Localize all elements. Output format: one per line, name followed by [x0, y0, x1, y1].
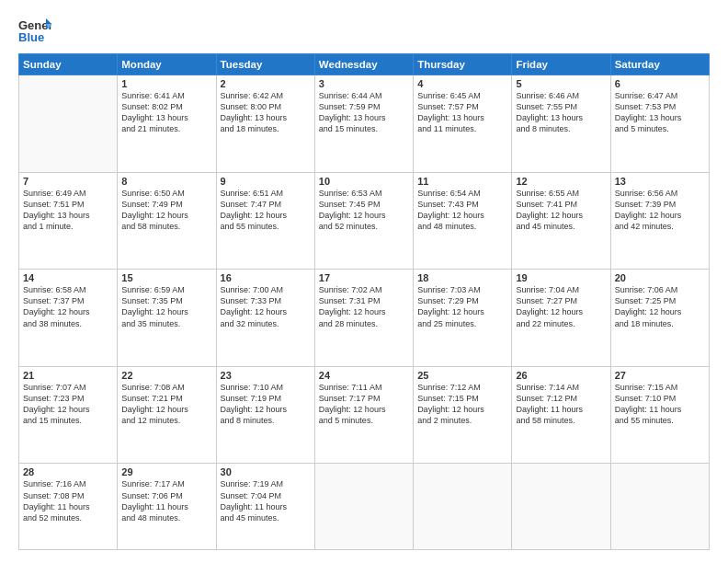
- day-info: Sunrise: 6:46 AM Sunset: 7:55 PM Dayligh…: [516, 90, 606, 135]
- calendar-cell: 24Sunrise: 7:11 AM Sunset: 7:17 PM Dayli…: [314, 366, 413, 464]
- calendar-cell: 22Sunrise: 7:08 AM Sunset: 7:21 PM Dayli…: [118, 366, 216, 464]
- day-info: Sunrise: 6:50 AM Sunset: 7:49 PM Dayligh…: [121, 188, 211, 233]
- day-info: Sunrise: 7:12 AM Sunset: 7:15 PM Dayligh…: [417, 382, 507, 427]
- week-row-2: 7Sunrise: 6:49 AM Sunset: 7:51 PM Daylig…: [19, 172, 710, 270]
- calendar-cell: 20Sunrise: 7:06 AM Sunset: 7:25 PM Dayli…: [610, 270, 709, 367]
- calendar-cell: 23Sunrise: 7:10 AM Sunset: 7:19 PM Dayli…: [216, 366, 314, 464]
- calendar-cell: 11Sunrise: 6:54 AM Sunset: 7:43 PM Dayli…: [414, 172, 512, 270]
- calendar-cell: 28Sunrise: 7:16 AM Sunset: 7:08 PM Dayli…: [19, 464, 118, 550]
- day-info: Sunrise: 6:53 AM Sunset: 7:45 PM Dayligh…: [319, 188, 409, 233]
- calendar-cell: 10Sunrise: 6:53 AM Sunset: 7:45 PM Dayli…: [314, 172, 413, 270]
- calendar-cell: 2Sunrise: 6:42 AM Sunset: 8:00 PM Daylig…: [216, 75, 314, 173]
- day-info: Sunrise: 7:16 AM Sunset: 7:08 PM Dayligh…: [23, 478, 113, 523]
- calendar-cell: 27Sunrise: 7:15 AM Sunset: 7:10 PM Dayli…: [610, 366, 709, 464]
- calendar-cell: 12Sunrise: 6:55 AM Sunset: 7:41 PM Dayli…: [512, 172, 610, 270]
- day-info: Sunrise: 6:51 AM Sunset: 7:47 PM Dayligh…: [221, 188, 311, 233]
- day-number: 16: [221, 272, 311, 283]
- day-info: Sunrise: 6:56 AM Sunset: 7:39 PM Dayligh…: [615, 188, 705, 233]
- weekday-header-row: SundayMondayTuesdayWednesdayThursdayFrid…: [19, 54, 710, 75]
- day-number: 4: [417, 78, 507, 89]
- day-info: Sunrise: 7:17 AM Sunset: 7:06 PM Dayligh…: [121, 478, 211, 523]
- weekday-header-wednesday: Wednesday: [314, 54, 413, 75]
- day-number: 30: [221, 466, 311, 477]
- day-info: Sunrise: 7:03 AM Sunset: 7:29 PM Dayligh…: [417, 284, 507, 329]
- weekday-header-monday: Monday: [118, 54, 216, 75]
- calendar-cell: 19Sunrise: 7:04 AM Sunset: 7:27 PM Dayli…: [512, 270, 610, 367]
- calendar-cell: 30Sunrise: 7:19 AM Sunset: 7:04 PM Dayli…: [216, 464, 314, 550]
- calendar-cell: 21Sunrise: 7:07 AM Sunset: 7:23 PM Dayli…: [19, 366, 118, 464]
- day-number: 6: [615, 78, 705, 89]
- day-number: 24: [319, 370, 409, 381]
- day-number: 11: [417, 176, 507, 187]
- calendar-cell: [19, 75, 118, 173]
- day-info: Sunrise: 6:45 AM Sunset: 7:57 PM Dayligh…: [417, 90, 507, 135]
- day-number: 22: [121, 370, 211, 381]
- calendar-cell: 13Sunrise: 6:56 AM Sunset: 7:39 PM Dayli…: [610, 172, 709, 270]
- weekday-header-friday: Friday: [512, 54, 610, 75]
- day-info: Sunrise: 7:02 AM Sunset: 7:31 PM Dayligh…: [319, 284, 409, 329]
- day-number: 7: [23, 176, 113, 187]
- calendar-cell: 7Sunrise: 6:49 AM Sunset: 7:51 PM Daylig…: [19, 172, 118, 270]
- day-info: Sunrise: 7:10 AM Sunset: 7:19 PM Dayligh…: [221, 382, 311, 427]
- day-number: 1: [121, 78, 211, 89]
- day-info: Sunrise: 7:11 AM Sunset: 7:17 PM Dayligh…: [319, 382, 409, 427]
- calendar-cell: 3Sunrise: 6:44 AM Sunset: 7:59 PM Daylig…: [314, 75, 413, 173]
- calendar-cell: [314, 464, 413, 550]
- day-number: 21: [23, 370, 113, 381]
- week-row-3: 14Sunrise: 6:58 AM Sunset: 7:37 PM Dayli…: [19, 270, 710, 367]
- weekday-header-sunday: Sunday: [19, 54, 118, 75]
- day-info: Sunrise: 7:15 AM Sunset: 7:10 PM Dayligh…: [615, 382, 705, 427]
- logo-icon: General Blue: [18, 17, 51, 44]
- week-row-4: 21Sunrise: 7:07 AM Sunset: 7:23 PM Dayli…: [19, 366, 710, 464]
- calendar-cell: 1Sunrise: 6:41 AM Sunset: 8:02 PM Daylig…: [118, 75, 216, 173]
- day-info: Sunrise: 6:41 AM Sunset: 8:02 PM Dayligh…: [121, 90, 211, 135]
- day-info: Sunrise: 6:58 AM Sunset: 7:37 PM Dayligh…: [23, 284, 113, 329]
- day-info: Sunrise: 6:49 AM Sunset: 7:51 PM Dayligh…: [23, 188, 113, 233]
- logo: General Blue: [18, 17, 51, 44]
- day-info: Sunrise: 6:59 AM Sunset: 7:35 PM Dayligh…: [121, 284, 211, 329]
- calendar-cell: 8Sunrise: 6:50 AM Sunset: 7:49 PM Daylig…: [118, 172, 216, 270]
- day-info: Sunrise: 7:07 AM Sunset: 7:23 PM Dayligh…: [23, 382, 113, 427]
- calendar-cell: 15Sunrise: 6:59 AM Sunset: 7:35 PM Dayli…: [118, 270, 216, 367]
- weekday-header-saturday: Saturday: [610, 54, 709, 75]
- day-number: 15: [121, 272, 211, 283]
- day-info: Sunrise: 7:00 AM Sunset: 7:33 PM Dayligh…: [221, 284, 311, 329]
- day-number: 14: [23, 272, 113, 283]
- day-number: 20: [615, 272, 705, 283]
- calendar-cell: 26Sunrise: 7:14 AM Sunset: 7:12 PM Dayli…: [512, 366, 610, 464]
- day-number: 18: [417, 272, 507, 283]
- day-info: Sunrise: 6:42 AM Sunset: 8:00 PM Dayligh…: [221, 90, 311, 135]
- day-number: 26: [516, 370, 606, 381]
- calendar-cell: 9Sunrise: 6:51 AM Sunset: 7:47 PM Daylig…: [216, 172, 314, 270]
- calendar-cell: [610, 464, 709, 550]
- svg-text:Blue: Blue: [18, 30, 44, 44]
- day-number: 5: [516, 78, 606, 89]
- calendar-cell: [414, 464, 512, 550]
- day-number: 9: [221, 176, 311, 187]
- day-info: Sunrise: 7:19 AM Sunset: 7:04 PM Dayligh…: [221, 478, 311, 523]
- day-number: 19: [516, 272, 606, 283]
- day-info: Sunrise: 6:44 AM Sunset: 7:59 PM Dayligh…: [319, 90, 409, 135]
- day-number: 13: [615, 176, 705, 187]
- day-info: Sunrise: 7:14 AM Sunset: 7:12 PM Dayligh…: [516, 382, 606, 427]
- calendar-cell: 18Sunrise: 7:03 AM Sunset: 7:29 PM Dayli…: [414, 270, 512, 367]
- header: General Blue: [18, 17, 710, 44]
- day-number: 28: [23, 466, 113, 477]
- calendar-cell: 16Sunrise: 7:00 AM Sunset: 7:33 PM Dayli…: [216, 270, 314, 367]
- page: General Blue SundayMondayTuesdayWednesda…: [0, 0, 728, 563]
- day-number: 12: [516, 176, 606, 187]
- calendar-cell: 5Sunrise: 6:46 AM Sunset: 7:55 PM Daylig…: [512, 75, 610, 173]
- calendar-cell: 14Sunrise: 6:58 AM Sunset: 7:37 PM Dayli…: [19, 270, 118, 367]
- calendar-table: SundayMondayTuesdayWednesdayThursdayFrid…: [18, 53, 710, 550]
- day-number: 17: [319, 272, 409, 283]
- day-number: 8: [121, 176, 211, 187]
- day-number: 23: [221, 370, 311, 381]
- weekday-header-tuesday: Tuesday: [216, 54, 314, 75]
- calendar-cell: [512, 464, 610, 550]
- day-number: 29: [121, 466, 211, 477]
- day-info: Sunrise: 7:06 AM Sunset: 7:25 PM Dayligh…: [615, 284, 705, 329]
- calendar-cell: 25Sunrise: 7:12 AM Sunset: 7:15 PM Dayli…: [414, 366, 512, 464]
- weekday-header-thursday: Thursday: [414, 54, 512, 75]
- day-number: 3: [319, 78, 409, 89]
- calendar-cell: 6Sunrise: 6:47 AM Sunset: 7:53 PM Daylig…: [610, 75, 709, 173]
